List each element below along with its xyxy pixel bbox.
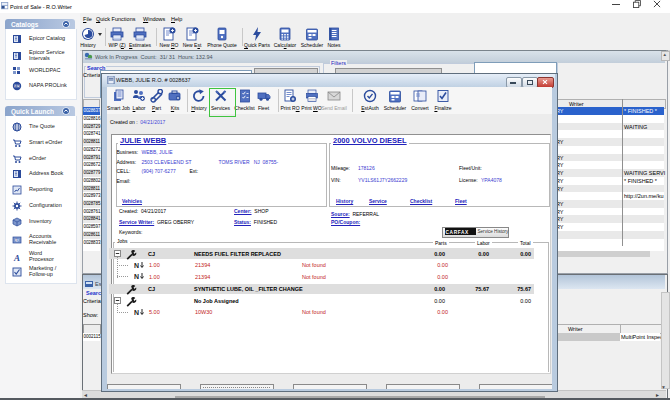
svg-text:NAPA: NAPA [13,84,21,88]
svg-text:N: N [134,309,139,316]
svg-text:N: N [134,273,139,280]
svg-text:N: N [134,262,139,269]
svg-text:$: $ [16,238,18,242]
svg-text:A: A [13,252,20,262]
